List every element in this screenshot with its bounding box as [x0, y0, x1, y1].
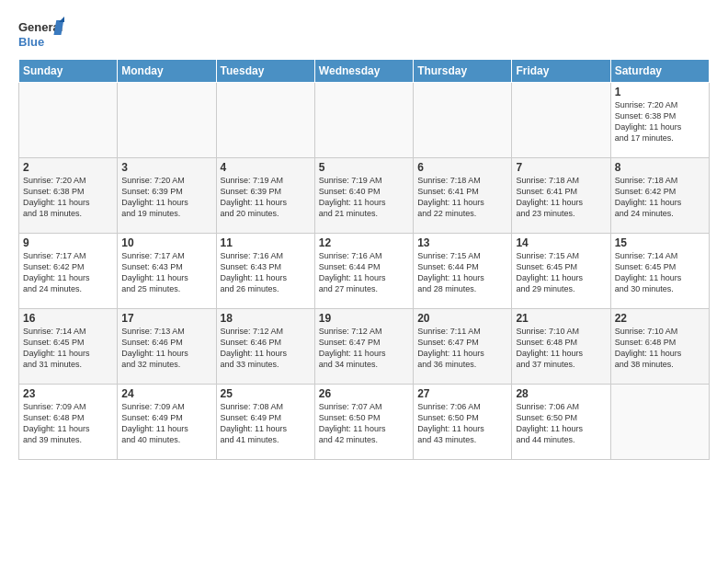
calendar-cell — [314, 83, 413, 158]
calendar-cell: 2Sunrise: 7:20 AM Sunset: 6:38 PM Daylig… — [19, 158, 118, 234]
svg-text:Blue: Blue — [18, 35, 44, 49]
day-number: 6 — [417, 161, 507, 174]
day-number: 15 — [615, 236, 705, 249]
day-info: Sunrise: 7:12 AM Sunset: 6:46 PM Dayligh… — [221, 326, 311, 371]
weekday-header-monday: Monday — [118, 60, 216, 83]
calendar-cell: 21Sunrise: 7:10 AM Sunset: 6:48 PM Dayli… — [512, 309, 610, 385]
logo: General Blue — [18, 17, 64, 52]
day-number: 9 — [23, 236, 113, 249]
calendar-cell — [512, 83, 610, 158]
day-info: Sunrise: 7:08 AM Sunset: 6:49 PM Dayligh… — [221, 401, 311, 446]
day-number: 13 — [417, 236, 507, 249]
calendar-week-1: 1Sunrise: 7:20 AM Sunset: 6:38 PM Daylig… — [19, 83, 710, 158]
calendar-cell: 6Sunrise: 7:18 AM Sunset: 6:41 PM Daylig… — [414, 158, 512, 234]
calendar-cell: 3Sunrise: 7:20 AM Sunset: 6:39 PM Daylig… — [118, 158, 216, 234]
day-number: 10 — [121, 236, 211, 249]
calendar-cell: 25Sunrise: 7:08 AM Sunset: 6:49 PM Dayli… — [216, 385, 314, 460]
header: General Blue — [18, 17, 710, 52]
calendar-cell — [118, 83, 216, 158]
day-info: Sunrise: 7:18 AM Sunset: 6:41 PM Dayligh… — [516, 175, 606, 220]
day-info: Sunrise: 7:19 AM Sunset: 6:40 PM Dayligh… — [319, 175, 409, 220]
day-info: Sunrise: 7:06 AM Sunset: 6:50 PM Dayligh… — [516, 401, 606, 446]
calendar-cell — [216, 83, 314, 158]
calendar-cell — [19, 83, 118, 158]
day-number: 24 — [121, 387, 211, 400]
day-number: 22 — [615, 312, 705, 325]
day-info: Sunrise: 7:17 AM Sunset: 6:43 PM Dayligh… — [121, 250, 211, 295]
day-info: Sunrise: 7:06 AM Sunset: 6:50 PM Dayligh… — [417, 401, 507, 446]
day-info: Sunrise: 7:14 AM Sunset: 6:45 PM Dayligh… — [615, 250, 705, 295]
svg-marker-3 — [59, 17, 64, 22]
day-info: Sunrise: 7:09 AM Sunset: 6:49 PM Dayligh… — [121, 401, 211, 446]
day-number: 7 — [516, 161, 606, 174]
weekday-header-sunday: Sunday — [19, 60, 118, 83]
day-info: Sunrise: 7:14 AM Sunset: 6:45 PM Dayligh… — [23, 326, 113, 371]
calendar-cell: 12Sunrise: 7:16 AM Sunset: 6:44 PM Dayli… — [314, 234, 413, 309]
day-info: Sunrise: 7:16 AM Sunset: 6:43 PM Dayligh… — [221, 250, 311, 295]
day-info: Sunrise: 7:11 AM Sunset: 6:47 PM Dayligh… — [417, 326, 507, 371]
weekday-header-row: SundayMondayTuesdayWednesdayThursdayFrid… — [19, 60, 710, 83]
calendar-cell: 5Sunrise: 7:19 AM Sunset: 6:40 PM Daylig… — [314, 158, 413, 234]
day-info: Sunrise: 7:20 AM Sunset: 6:38 PM Dayligh… — [615, 99, 705, 144]
day-info: Sunrise: 7:07 AM Sunset: 6:50 PM Dayligh… — [319, 401, 409, 446]
day-number: 12 — [319, 236, 409, 249]
day-number: 23 — [23, 387, 113, 400]
day-info: Sunrise: 7:09 AM Sunset: 6:48 PM Dayligh… — [23, 401, 113, 446]
calendar-cell: 14Sunrise: 7:15 AM Sunset: 6:45 PM Dayli… — [512, 234, 610, 309]
day-number: 4 — [221, 161, 311, 174]
calendar-week-4: 16Sunrise: 7:14 AM Sunset: 6:45 PM Dayli… — [19, 309, 710, 385]
day-number: 20 — [417, 312, 507, 325]
weekday-header-thursday: Thursday — [414, 60, 512, 83]
day-info: Sunrise: 7:15 AM Sunset: 6:44 PM Dayligh… — [417, 250, 507, 295]
calendar-cell: 23Sunrise: 7:09 AM Sunset: 6:48 PM Dayli… — [19, 385, 118, 460]
calendar-week-3: 9Sunrise: 7:17 AM Sunset: 6:42 PM Daylig… — [19, 234, 710, 309]
calendar-cell: 8Sunrise: 7:18 AM Sunset: 6:42 PM Daylig… — [610, 158, 709, 234]
weekday-header-wednesday: Wednesday — [314, 60, 413, 83]
calendar-cell: 1Sunrise: 7:20 AM Sunset: 6:38 PM Daylig… — [610, 83, 709, 158]
day-number: 19 — [319, 312, 409, 325]
day-number: 16 — [23, 312, 113, 325]
day-info: Sunrise: 7:15 AM Sunset: 6:45 PM Dayligh… — [516, 250, 606, 295]
calendar-week-2: 2Sunrise: 7:20 AM Sunset: 6:38 PM Daylig… — [19, 158, 710, 234]
calendar-cell — [414, 83, 512, 158]
day-info: Sunrise: 7:19 AM Sunset: 6:39 PM Dayligh… — [221, 175, 311, 220]
day-number: 21 — [516, 312, 606, 325]
day-info: Sunrise: 7:17 AM Sunset: 6:42 PM Dayligh… — [23, 250, 113, 295]
day-number: 25 — [221, 387, 311, 400]
calendar-week-5: 23Sunrise: 7:09 AM Sunset: 6:48 PM Dayli… — [19, 385, 710, 460]
day-number: 3 — [121, 161, 211, 174]
day-number: 26 — [319, 387, 409, 400]
day-info: Sunrise: 7:10 AM Sunset: 6:48 PM Dayligh… — [615, 326, 705, 371]
calendar-cell: 4Sunrise: 7:19 AM Sunset: 6:39 PM Daylig… — [216, 158, 314, 234]
day-info: Sunrise: 7:20 AM Sunset: 6:38 PM Dayligh… — [23, 175, 113, 220]
calendar-cell: 16Sunrise: 7:14 AM Sunset: 6:45 PM Dayli… — [19, 309, 118, 385]
day-info: Sunrise: 7:16 AM Sunset: 6:44 PM Dayligh… — [319, 250, 409, 295]
weekday-header-saturday: Saturday — [610, 60, 709, 83]
weekday-header-friday: Friday — [512, 60, 610, 83]
day-info: Sunrise: 7:18 AM Sunset: 6:41 PM Dayligh… — [417, 175, 507, 220]
calendar-cell: 22Sunrise: 7:10 AM Sunset: 6:48 PM Dayli… — [610, 309, 709, 385]
day-info: Sunrise: 7:10 AM Sunset: 6:48 PM Dayligh… — [516, 326, 606, 371]
day-number: 27 — [417, 387, 507, 400]
calendar-cell: 26Sunrise: 7:07 AM Sunset: 6:50 PM Dayli… — [314, 385, 413, 460]
calendar-cell — [610, 385, 709, 460]
day-info: Sunrise: 7:20 AM Sunset: 6:39 PM Dayligh… — [121, 175, 211, 220]
calendar-cell: 9Sunrise: 7:17 AM Sunset: 6:42 PM Daylig… — [19, 234, 118, 309]
day-number: 1 — [615, 86, 705, 98]
day-number: 11 — [221, 236, 311, 249]
calendar-cell: 27Sunrise: 7:06 AM Sunset: 6:50 PM Dayli… — [414, 385, 512, 460]
logo-svg: General Blue — [18, 17, 64, 52]
calendar-cell: 24Sunrise: 7:09 AM Sunset: 6:49 PM Dayli… — [118, 385, 216, 460]
calendar-cell: 11Sunrise: 7:16 AM Sunset: 6:43 PM Dayli… — [216, 234, 314, 309]
day-info: Sunrise: 7:13 AM Sunset: 6:46 PM Dayligh… — [121, 326, 211, 371]
calendar-cell: 10Sunrise: 7:17 AM Sunset: 6:43 PM Dayli… — [118, 234, 216, 309]
weekday-header-tuesday: Tuesday — [216, 60, 314, 83]
calendar-cell: 28Sunrise: 7:06 AM Sunset: 6:50 PM Dayli… — [512, 385, 610, 460]
calendar-table: SundayMondayTuesdayWednesdayThursdayFrid… — [18, 59, 710, 460]
day-number: 2 — [23, 161, 113, 174]
day-number: 5 — [319, 161, 409, 174]
day-number: 18 — [221, 312, 311, 325]
day-number: 8 — [615, 161, 705, 174]
day-number: 28 — [516, 387, 606, 400]
calendar-cell: 15Sunrise: 7:14 AM Sunset: 6:45 PM Dayli… — [610, 234, 709, 309]
